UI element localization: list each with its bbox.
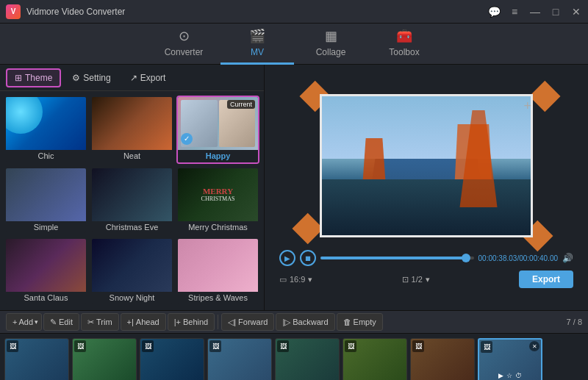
setting-label-text: Setting	[83, 73, 110, 83]
right-panel: + ▶ ⏹ 00:00:38.03/00:00:40.00 🔊 ▭ 16:9	[265, 65, 588, 310]
film-thumb-6[interactable]: 🖼	[343, 338, 407, 380]
trim-button[interactable]: ✂ Trim	[81, 313, 119, 331]
forward-button[interactable]: ◁| Forward	[221, 313, 274, 331]
bottom-toolbar: + Add ▾ ✎ Edit ✂ Trim +| Ahead |+ Behind…	[0, 310, 588, 334]
progress-bar[interactable]	[320, 257, 474, 259]
export-button[interactable]: Export	[519, 270, 573, 288]
theme-label-text: Theme	[25, 73, 52, 83]
backward-button[interactable]: |▷ Backward	[276, 313, 334, 331]
tab-converter[interactable]: ⊙ Converter	[147, 24, 220, 65]
tab-toolbox[interactable]: 🧰 Toolbox	[368, 24, 441, 65]
theme-christmas-eve[interactable]: Christmas Eve	[90, 167, 173, 235]
thumb-time-icon[interactable]: ⏱	[515, 372, 522, 379]
theme-neat-label: Neat	[92, 150, 172, 162]
film-thumb-5[interactable]: 🖼	[275, 338, 340, 380]
film-thumb-4[interactable]: 🖼	[207, 338, 272, 380]
corner-decoration-tr	[529, 81, 560, 112]
progress-fill	[320, 257, 466, 259]
video-frame	[320, 94, 533, 237]
add-media-icon[interactable]: +	[523, 98, 531, 114]
theme-snowy-night[interactable]: Snowy Night	[90, 237, 173, 306]
theme-merry-christmas-label: Merry Christmas	[178, 221, 258, 234]
film-thumb-1[interactable]: 🖼	[4, 338, 69, 380]
ahead-button[interactable]: +| Ahead	[121, 313, 166, 331]
tab-mv[interactable]: 🎬 MV	[220, 24, 294, 65]
add-dropdown-icon: ▾	[35, 318, 38, 326]
media-icon-3: 🖼	[142, 340, 154, 352]
chat-icon[interactable]: 💬	[488, 6, 500, 18]
setting-button[interactable]: ⚙ Setting	[64, 69, 118, 87]
video-content	[322, 96, 531, 235]
tab-mv-label: MV	[251, 47, 264, 57]
theme-santa-claus[interactable]: Santa Claus	[4, 237, 87, 306]
theme-button[interactable]: ⊞ Theme	[6, 68, 61, 87]
converter-icon: ⊙	[179, 28, 190, 44]
edit-button[interactable]: ✎ Edit	[43, 313, 79, 331]
maximize-button[interactable]: □	[550, 6, 562, 18]
export-panel-button[interactable]: ↗ Export	[122, 69, 174, 87]
theme-christmas-eve-label: Christmas Eve	[92, 221, 172, 234]
add-label: Add	[18, 318, 33, 326]
tab-collage-label: Collage	[316, 47, 346, 57]
left-panel: ⊞ Theme ⚙ Setting ↗ Export Chic Neat	[0, 65, 265, 310]
theme-neat[interactable]: Neat	[90, 96, 173, 164]
tab-collage[interactable]: ▦ Collage	[294, 24, 368, 65]
mv-icon: 🎬	[249, 28, 265, 44]
theme-simple[interactable]: Simple	[4, 167, 87, 235]
media-icon-7: 🖼	[412, 340, 424, 352]
theme-stripes-waves[interactable]: Stripes & Waves	[176, 237, 259, 306]
edit-label: Edit	[59, 318, 73, 326]
media-icon-1: 🖼	[7, 340, 18, 352]
media-icon-5: 🖼	[277, 340, 289, 352]
theme-santa-claus-label: Santa Claus	[6, 292, 86, 304]
film-thumb-2[interactable]: 🖼	[72, 338, 137, 380]
nav-tabs: ⊙ Converter 🎬 MV ▦ Collage 🧰 Toolbox	[0, 24, 588, 65]
backward-icon: |▷	[282, 318, 290, 327]
film-thumb-8[interactable]: 🖼 ✕ ▶ ☆ ⏱	[478, 338, 542, 380]
ratio-icon: ▭	[279, 275, 287, 284]
setting-icon: ⚙	[72, 73, 80, 83]
aspect-ratio-select[interactable]: ▭ 16:9 ▾	[279, 275, 312, 284]
volume-icon[interactable]: 🔊	[562, 253, 573, 263]
theme-grid: Chic Neat Current ✓ Happy	[0, 91, 264, 310]
thumb-play-icon[interactable]: ▶	[498, 372, 503, 379]
toolbox-icon: 🧰	[396, 28, 412, 44]
theme-happy[interactable]: Current ✓ Happy	[176, 96, 259, 164]
title-bar-left: V Vidmore Video Converter	[6, 4, 125, 19]
progress-knob[interactable]	[462, 254, 470, 262]
film-thumb-7[interactable]: 🖼	[410, 338, 475, 380]
theme-simple-label: Simple	[6, 221, 86, 234]
minimize-button[interactable]: —	[529, 6, 541, 18]
page-select[interactable]: ⊡ 1/2 ▾	[402, 275, 430, 284]
behind-icon: |+	[174, 318, 181, 326]
media-icon-8: 🖼	[481, 341, 492, 353]
ahead-icon: +|	[127, 318, 134, 326]
add-button[interactable]: + Add ▾	[6, 313, 42, 331]
remove-thumb-8[interactable]: ✕	[529, 341, 539, 351]
page-count: 7 / 8	[567, 318, 582, 326]
title-bar: V Vidmore Video Converter 💬 ≡ — □ ✕	[0, 0, 588, 24]
add-icon: +	[12, 318, 17, 326]
close-button[interactable]: ✕	[570, 6, 582, 18]
time-current: 00:00:38.03	[478, 254, 517, 262]
empty-button[interactable]: 🗑 Empty	[337, 313, 383, 331]
time-total: 00:00:40.00	[519, 254, 558, 262]
current-badge: Current	[227, 100, 255, 109]
theme-grid-icon: ⊞	[15, 73, 22, 83]
panel-toolbar: ⊞ Theme ⚙ Setting ↗ Export	[0, 65, 264, 91]
ratio-value: 16:9	[290, 275, 305, 284]
trim-icon: ✂	[87, 318, 94, 327]
menu-icon[interactable]: ≡	[509, 6, 520, 18]
backward-label: Backward	[293, 318, 328, 326]
theme-merry-christmas[interactable]: MERRY CHRISTMAS Merry Christmas	[176, 167, 259, 235]
time-display: 00:00:38.03/00:00:40.00	[478, 254, 558, 262]
play-button[interactable]: ▶	[279, 250, 295, 266]
theme-chic[interactable]: Chic	[4, 96, 87, 164]
media-icon-6: 🖼	[345, 340, 356, 352]
behind-button[interactable]: |+ Behind	[168, 313, 215, 331]
film-thumb-3[interactable]: 🖼	[140, 338, 204, 380]
thumb-star-icon[interactable]: ☆	[506, 372, 512, 379]
page-dropdown-icon: ▾	[426, 275, 430, 284]
stop-button[interactable]: ⏹	[300, 250, 316, 266]
tab-toolbox-label: Toolbox	[389, 47, 419, 57]
